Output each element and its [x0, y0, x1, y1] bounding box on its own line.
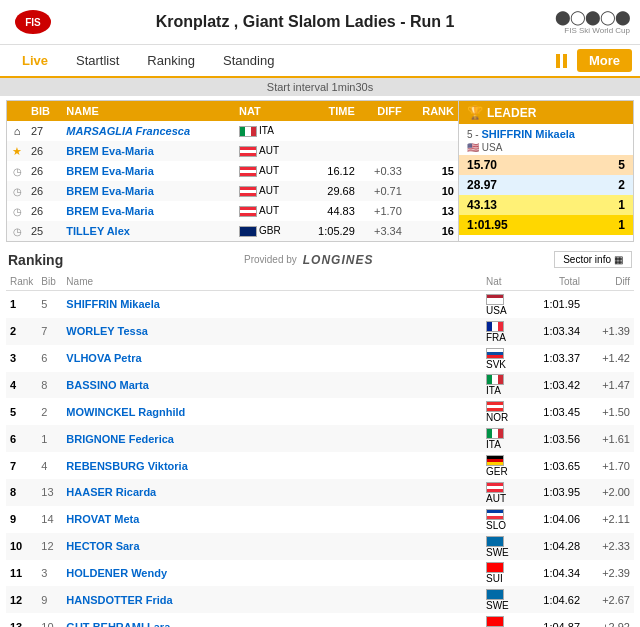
time-cell — [300, 141, 359, 161]
col-name: NAME — [62, 101, 235, 121]
athlete-name[interactable]: SHIFFRIN Mikaela — [62, 291, 482, 318]
col-diff: DIFF — [359, 101, 406, 121]
rank-num: 5 — [6, 398, 37, 425]
athlete-diff: +1.50 — [584, 398, 634, 425]
rank-num: 4 — [6, 372, 37, 399]
ranking-section: Ranking Provided by LONGINES Sector info… — [0, 246, 640, 627]
tab-startlist[interactable]: Startlist — [62, 45, 133, 76]
more-button[interactable]: More — [577, 49, 632, 72]
athlete-name[interactable]: GUT-BEHRAMI Lara — [62, 613, 482, 627]
ranking-row: 6 1 BRIGNONE Federica ITA 1:03.56 +1.61 — [6, 425, 634, 452]
rank-cell: 13 — [406, 201, 458, 221]
name-header: Name — [62, 273, 482, 291]
col-time: TIME — [300, 101, 359, 121]
time-cell: 44.83 — [300, 201, 359, 221]
athlete-name[interactable]: HROVAT Meta — [62, 506, 482, 533]
athlete-name[interactable]: BASSINO Marta — [62, 372, 482, 399]
athlete-total: 1:04.06 — [524, 506, 584, 533]
athlete-name[interactable]: MOWINCKEL Ragnhild — [62, 398, 482, 425]
name-cell: BREM Eva-Maria — [62, 141, 235, 161]
rank-cell — [406, 121, 458, 141]
athlete-nat: USA — [482, 291, 524, 318]
bib-num: 10 — [37, 613, 62, 627]
athlete-name[interactable]: HECTOR Sara — [62, 533, 482, 560]
col-nat: NAT — [235, 101, 300, 121]
ranking-row: 3 6 VLHOVA Petra SVK 1:03.37 +1.42 — [6, 345, 634, 372]
pause-button[interactable] — [556, 54, 567, 68]
nat-cell: AUT — [235, 141, 300, 161]
rank-cell — [406, 141, 458, 161]
svg-text:FIS: FIS — [25, 17, 41, 28]
rank-cell: 15 — [406, 161, 458, 181]
sector-info-btn[interactable]: Sector info ▦ — [554, 251, 632, 268]
athlete-nat: NOR — [482, 398, 524, 425]
athlete-nat: SVK — [482, 345, 524, 372]
bib-num: 5 — [37, 291, 62, 318]
bib-num: 6 — [37, 345, 62, 372]
athlete-name[interactable]: BRIGNONE Federica — [62, 425, 482, 452]
rank-num: 3 — [6, 345, 37, 372]
athlete-total: 1:03.34 — [524, 318, 584, 345]
diff-cell: +0.71 — [359, 181, 406, 201]
rank-cell: 16 — [406, 221, 458, 241]
ranking-row: 11 3 HOLDENER Wendy SUI 1:04.34 +2.39 — [6, 560, 634, 587]
rank-num: 8 — [6, 479, 37, 506]
icon-cell: ◷ — [7, 181, 27, 201]
bib-num: 1 — [37, 425, 62, 452]
bib-num: 14 — [37, 506, 62, 533]
rank-num: 7 — [6, 452, 37, 479]
athlete-name[interactable]: HANSDOTTER Frida — [62, 586, 482, 613]
time-cell: 29.68 — [300, 181, 359, 201]
bib-cell: 26 — [27, 141, 62, 161]
tab-live[interactable]: Live — [8, 45, 62, 78]
athlete-name[interactable]: REBENSBURG Viktoria — [62, 452, 482, 479]
rank-num: 13 — [6, 613, 37, 627]
leader-rank: 5 - SHIFFRIN Mikaela — [467, 128, 625, 140]
athlete-nat: ITA — [482, 425, 524, 452]
leader-time-row: 15.705 — [459, 155, 633, 175]
nat-cell: GBR — [235, 221, 300, 241]
live-table: BIB NAME NAT TIME DIFF RANK ⌂ 27 MARSAGL… — [7, 101, 458, 241]
bib-num: 8 — [37, 372, 62, 399]
nat-cell: AUT — [235, 201, 300, 221]
athlete-total: 1:03.42 — [524, 372, 584, 399]
nat-cell: ITA — [235, 121, 300, 141]
bib-cell: 26 — [27, 161, 62, 181]
athlete-total: 1:04.28 — [524, 533, 584, 560]
time-cell — [300, 121, 359, 141]
leader-time-row: 28.972 — [459, 175, 633, 195]
leader-label: LEADER — [487, 106, 536, 120]
athlete-nat: SUI — [482, 560, 524, 587]
athlete-name[interactable]: HOLDENER Wendy — [62, 560, 482, 587]
athlete-name[interactable]: VLHOVA Petra — [62, 345, 482, 372]
tab-ranking[interactable]: Ranking — [133, 45, 209, 76]
athlete-total: 1:03.95 — [524, 479, 584, 506]
live-table-row: ◷ 25 TILLEY Alex GBR 1:05.29 +3.34 16 — [7, 221, 458, 241]
bib-cell: 25 — [27, 221, 62, 241]
audi-logo: ⬤◯⬤◯⬤ FIS Ski World Cup — [555, 8, 630, 37]
bib-num: 13 — [37, 479, 62, 506]
athlete-nat: SWE — [482, 533, 524, 560]
icon-cell: ◷ — [7, 221, 27, 241]
athlete-total: 1:03.45 — [524, 398, 584, 425]
athlete-name[interactable]: HAASER Ricarda — [62, 479, 482, 506]
leader-box: 🏆 LEADER 5 - SHIFFRIN Mikaela 🇺🇸 USA 15.… — [458, 101, 633, 241]
tab-standing[interactable]: Standing — [209, 45, 288, 76]
name-cell: MARSAGLIA Francesca — [62, 121, 235, 141]
athlete-diff: +2.67 — [584, 586, 634, 613]
leader-time-val: 1:01.951 — [459, 215, 633, 235]
col-rank: RANK — [406, 101, 458, 121]
ranking-row: 2 7 WORLEY Tessa FRA 1:03.34 +1.39 — [6, 318, 634, 345]
leader-time-row: 1:01.951 — [459, 215, 633, 235]
athlete-nat: SLO — [482, 506, 524, 533]
bib-cell: 26 — [27, 181, 62, 201]
athlete-name[interactable]: WORLEY Tessa — [62, 318, 482, 345]
page-title: Kronplatz , Giant Slalom Ladies - Run 1 — [55, 13, 555, 31]
col-icon — [7, 101, 27, 121]
athlete-total: 1:04.87 — [524, 613, 584, 627]
name-cell: BREM Eva-Maria — [62, 201, 235, 221]
rank-num: 1 — [6, 291, 37, 318]
bib-header: Bib — [37, 273, 62, 291]
diff-cell: +3.34 — [359, 221, 406, 241]
ranking-row: 5 2 MOWINCKEL Ragnhild NOR 1:03.45 +1.50 — [6, 398, 634, 425]
